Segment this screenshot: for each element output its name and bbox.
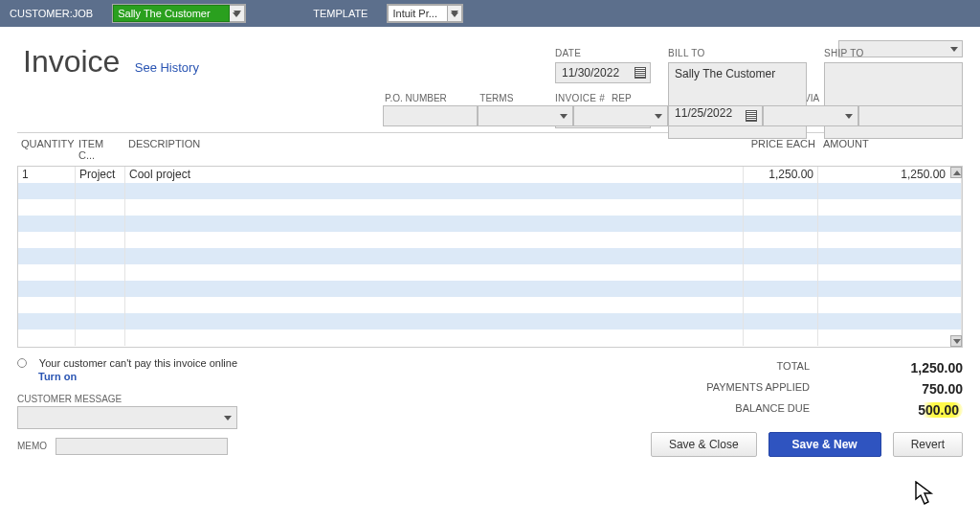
template-value: Intuit Pr... (388, 5, 447, 22)
turn-on-link[interactable]: Turn on (38, 371, 237, 382)
table-row[interactable] (18, 330, 962, 346)
customer-job-select[interactable]: Sally The Customer (112, 4, 246, 23)
chevron-down-icon (447, 5, 462, 22)
total-value: 1,250.00 (867, 360, 963, 375)
cell-desc[interactable]: Cool project (125, 167, 744, 183)
template-select[interactable]: Intuit Pr... (387, 4, 463, 23)
balance-due-value: 500.00 (867, 402, 963, 418)
cell-item[interactable]: Project (76, 167, 125, 183)
customer-message-label: CUSTOMER MESSAGE (17, 394, 237, 404)
date-input[interactable]: 11/30/2022 (555, 62, 651, 83)
memo-label: MEMO (17, 441, 47, 451)
calendar-icon (635, 67, 646, 79)
svg-marker-0 (916, 482, 931, 504)
table-row[interactable] (18, 232, 962, 248)
po-number-label: P.O. NUMBER (383, 93, 478, 103)
table-row[interactable] (18, 248, 962, 264)
date-label: DATE (555, 48, 651, 58)
customer-job-label: CUSTOMER:JOB (10, 8, 93, 19)
calendar-icon (746, 110, 757, 122)
payments-applied-label: PAYMENTS APPLIED (666, 381, 810, 397)
template-label: TEMPLATE (313, 8, 368, 19)
table-row[interactable] (18, 216, 962, 232)
billto-textarea[interactable]: Sally The Customer (668, 62, 807, 139)
col-description: DESCRIPTION (124, 136, 745, 163)
col-quantity: QUANTITY (17, 136, 75, 163)
shipto-label: SHIP TO (824, 48, 963, 58)
date-value: 11/30/2022 (562, 66, 619, 80)
top-bar: CUSTOMER:JOB Sally The Customer TEMPLATE… (0, 0, 980, 27)
invoice-header: Invoice See History DATE 11/30/2022 INVO… (0, 27, 980, 83)
table-row[interactable]: 1 Project Cool project 1,250.00 1,250.00 (18, 167, 962, 183)
table-row[interactable] (18, 183, 962, 199)
balance-due-label: BALANCE DUE (666, 402, 810, 418)
billto-value: Sally The Customer (675, 67, 775, 80)
cursor-icon (915, 481, 934, 506)
col-amount: AMOUNT (819, 136, 963, 163)
via-select[interactable] (763, 105, 858, 126)
customer-message-select[interactable] (17, 406, 237, 429)
cell-price[interactable]: 1,250.00 (744, 167, 818, 183)
table-row[interactable] (18, 264, 962, 281)
chevron-down-icon (230, 5, 245, 22)
revert-button[interactable]: Revert (893, 432, 963, 457)
online-payment-message: Your customer can't pay this invoice onl… (39, 357, 237, 369)
shipto-textarea[interactable] (824, 62, 963, 139)
scroll-up-icon[interactable] (950, 167, 962, 178)
rep-select[interactable] (573, 105, 668, 126)
table-row[interactable] (18, 281, 962, 297)
fob-input[interactable] (858, 105, 963, 126)
save-new-button[interactable]: Save & New (768, 432, 881, 457)
cell-qty[interactable]: 1 (18, 167, 76, 183)
memo-input[interactable] (56, 438, 228, 455)
invoice-number-label: INVOICE # (555, 93, 651, 103)
action-buttons: Save & Close Save & New Revert (651, 432, 963, 457)
see-history-link[interactable]: See History (135, 60, 199, 75)
col-price-each: PRICE EACH (745, 136, 819, 163)
line-items-table: QUANTITY ITEM C... DESCRIPTION PRICE EAC… (17, 132, 963, 348)
billto-label: BILL TO (668, 48, 807, 58)
terms-select[interactable] (478, 105, 572, 126)
ship-date-input[interactable]: 11/25/2022 (668, 105, 763, 126)
col-item-code: ITEM C... (75, 136, 124, 163)
totals-block: TOTAL 1,250.00 PAYMENTS APPLIED 750.00 B… (651, 357, 963, 421)
table-body[interactable]: 1 Project Cool project 1,250.00 1,250.00 (17, 166, 963, 348)
ship-date-value: 11/25/2022 (669, 103, 738, 123)
scroll-down-icon[interactable] (950, 335, 962, 347)
cell-amount[interactable]: 1,250.00 (818, 167, 962, 183)
page-title: Invoice (23, 44, 120, 80)
save-close-button[interactable]: Save & Close (651, 432, 757, 457)
table-row[interactable] (18, 297, 962, 313)
total-label: TOTAL (666, 360, 810, 375)
table-row[interactable] (18, 313, 962, 330)
payments-applied-value: 750.00 (867, 381, 963, 397)
invoice-footer: Your customer can't pay this invoice onl… (17, 357, 963, 457)
status-bullet-icon (17, 358, 27, 368)
table-row[interactable] (18, 199, 962, 216)
customer-job-value: Sally The Customer (113, 5, 230, 22)
po-number-input[interactable] (383, 105, 478, 126)
